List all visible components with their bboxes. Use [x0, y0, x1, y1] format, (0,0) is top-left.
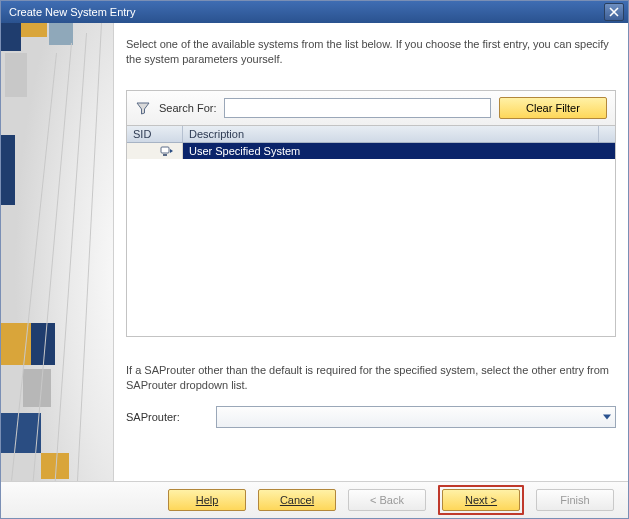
next-button-highlight: Next > [438, 485, 524, 515]
system-icon [160, 145, 174, 157]
table-body[interactable]: User Specified System [127, 143, 615, 336]
wizard-sidebar-art [1, 23, 114, 481]
column-header-description[interactable]: Description [183, 126, 599, 142]
dialog-window: Create New System Entry [0, 0, 629, 519]
back-button: < Back [348, 489, 426, 511]
saprouter-hint: If a SAProuter other than the default is… [126, 363, 616, 394]
close-button[interactable] [604, 3, 624, 21]
saprouter-dropdown[interactable] [216, 406, 616, 428]
window-title: Create New System Entry [9, 6, 604, 18]
column-header-sid[interactable]: SID [127, 126, 183, 142]
cancel-button[interactable]: Cancel [258, 489, 336, 511]
finish-button: Finish [536, 489, 614, 511]
filter-icon [135, 100, 151, 116]
cell-sid [127, 143, 183, 159]
systems-table: SID Description [126, 126, 616, 337]
chevron-down-icon [603, 414, 611, 419]
saprouter-row: SAProuter: [126, 406, 616, 428]
svg-rect-1 [163, 154, 167, 156]
cell-description: User Specified System [183, 145, 615, 157]
next-button[interactable]: Next > [442, 489, 520, 511]
search-input[interactable] [224, 98, 491, 118]
clear-filter-button[interactable]: Clear Filter [499, 97, 607, 119]
table-row[interactable]: User Specified System [127, 143, 615, 159]
wizard-content: Select one of the available systems from… [114, 23, 628, 481]
wizard-footer: Help Cancel < Back Next > Finish [1, 481, 628, 518]
column-header-spacer [599, 126, 615, 142]
dialog-body: Select one of the available systems from… [1, 23, 628, 481]
search-panel: Search For: Clear Filter [126, 90, 616, 126]
close-icon [609, 7, 619, 17]
intro-text: Select one of the available systems from… [126, 37, 616, 68]
titlebar: Create New System Entry [1, 1, 628, 23]
help-button[interactable]: Help [168, 489, 246, 511]
search-label: Search For: [159, 102, 216, 114]
table-header: SID Description [127, 126, 615, 143]
saprouter-label: SAProuter: [126, 411, 204, 423]
svg-rect-0 [161, 147, 169, 153]
